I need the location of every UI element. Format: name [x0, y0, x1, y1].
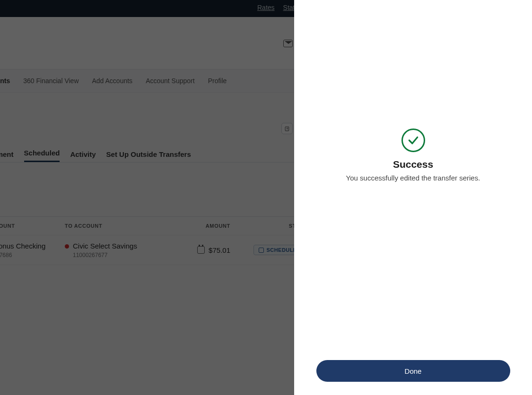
tab-scheduled[interactable]: Scheduled: [24, 149, 60, 162]
tab-activity[interactable]: Activity: [70, 150, 96, 162]
calendar-icon: [259, 248, 264, 253]
col-header-amount: AMOUNT: [169, 223, 230, 229]
export-icon[interactable]: [281, 123, 293, 134]
tab-payment[interactable]: ayment: [0, 150, 14, 162]
account-status-dot-icon: [65, 244, 69, 249]
nav-item-profile[interactable]: Profile: [208, 77, 227, 85]
col-header-to: TO ACCOUNT: [65, 223, 169, 229]
from-account-name: ic Bonus Checking: [0, 242, 45, 250]
nav-item-add-accounts[interactable]: Add Accounts: [92, 77, 133, 85]
top-link-rates[interactable]: Rates: [257, 4, 275, 11]
tab-outside-transfers[interactable]: Set Up Outside Transfers: [106, 150, 191, 162]
recurring-icon: [197, 246, 205, 254]
to-account-number: 11000267677: [73, 252, 169, 258]
nav-item-account-support[interactable]: Account Support: [146, 77, 195, 85]
nav-item-payments[interactable]: ments: [0, 77, 10, 85]
panel-message: You successfully edited the transfer ser…: [346, 174, 480, 182]
transfer-amount: $75.01: [209, 246, 230, 254]
messages-icon[interactable]: [283, 40, 293, 47]
success-panel: Success You successfully edited the tran…: [294, 0, 532, 395]
success-check-icon: [401, 129, 425, 152]
nav-item-360[interactable]: 360 Financial View: [23, 77, 78, 85]
done-button[interactable]: Done: [316, 360, 510, 382]
from-account-number: 00267686: [0, 252, 65, 258]
col-header-from: ACCOUNT: [0, 223, 65, 229]
to-account-name: Civic Select Savings: [73, 242, 137, 250]
panel-title: Success: [393, 159, 433, 170]
